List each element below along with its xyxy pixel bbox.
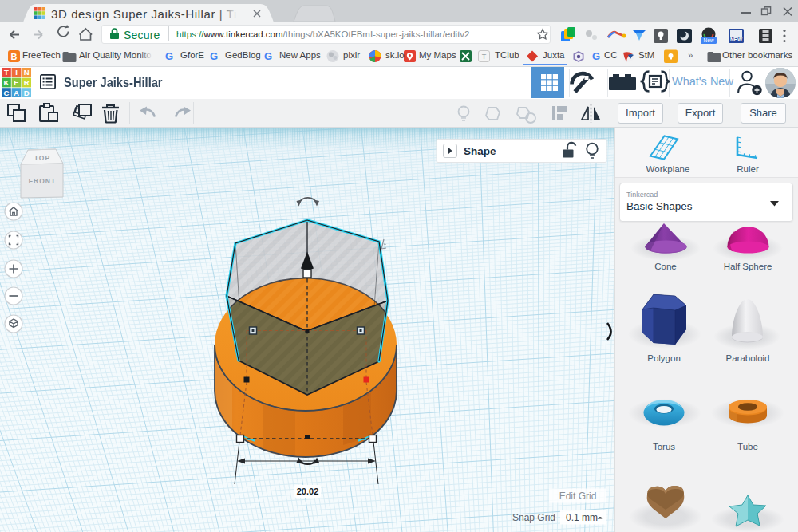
svg-text:G: G	[210, 50, 218, 62]
svg-text:Polygon: Polygon	[647, 353, 681, 363]
svg-text:20.02: 20.02	[297, 487, 319, 496]
svg-text:I: I	[15, 68, 18, 77]
svg-text:Tube: Tube	[737, 442, 758, 451]
svg-text:B: B	[11, 52, 18, 61]
svg-text:Cone: Cone	[654, 262, 677, 271]
svg-text:Paraboloid: Paraboloid	[726, 353, 770, 363]
svg-text:Shape: Shape	[464, 145, 496, 157]
svg-text:What's New: What's New	[672, 75, 733, 88]
svg-text:A: A	[14, 89, 19, 97]
svg-text:Edit Grid: Edit Grid	[559, 491, 597, 502]
svg-text:G: G	[264, 50, 272, 62]
svg-text:R: R	[24, 78, 30, 87]
svg-text:0.1 mm: 0.1 mm	[566, 512, 598, 523]
svg-text:T: T	[4, 68, 9, 77]
svg-text:T: T	[482, 53, 487, 61]
svg-text:C: C	[3, 89, 9, 97]
svg-text:E: E	[14, 78, 19, 87]
svg-text:K: K	[3, 78, 9, 87]
svg-text:Snap Grid: Snap Grid	[512, 512, 555, 523]
svg-text:NEW: NEW	[730, 37, 743, 42]
svg-text:TOP: TOP	[34, 154, 50, 162]
svg-text:Half Sphere: Half Sphere	[724, 262, 772, 271]
svg-text:Torus: Torus	[653, 442, 675, 451]
svg-text:G: G	[592, 50, 600, 62]
svg-text:D: D	[24, 89, 30, 97]
svg-text:G: G	[165, 50, 173, 62]
svg-text:N: N	[24, 68, 30, 77]
svg-text:FRONT: FRONT	[29, 177, 56, 185]
svg-text:New: New	[703, 37, 713, 43]
